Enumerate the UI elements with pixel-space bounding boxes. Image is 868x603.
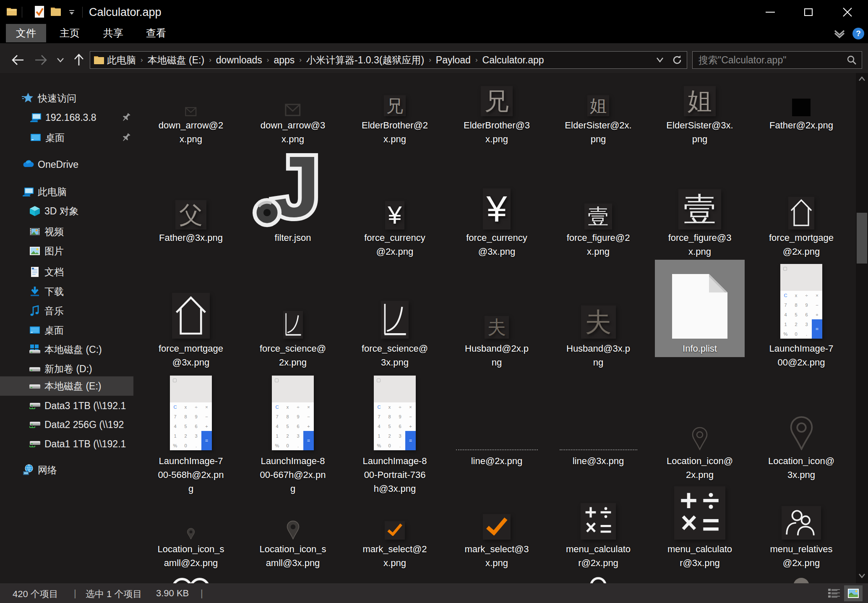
breadcrumb-separator-icon[interactable]: › [265, 56, 271, 64]
breadcrumb-separator-icon[interactable]: › [427, 56, 433, 64]
disk-icon [29, 363, 41, 375]
sidebar-item-7[interactable]: 图片 [0, 241, 133, 261]
address-dropdown-icon[interactable] [656, 57, 664, 63]
sidebar-item-192.168.3.8[interactable]: 192.168.3.8 [0, 108, 133, 127]
status-separator2: | [201, 588, 203, 599]
sidebar-item-label: Data3 1TB (\\192.1 [44, 400, 126, 412]
sidebar-item-label: 192.168.3.8 [45, 112, 96, 123]
file-name: menu_calculator@3x.png [649, 542, 750, 570]
up-button[interactable] [70, 51, 88, 69]
sidebar-item-D[interactable]: 新加卷 (D:) [0, 359, 133, 379]
scroll-down-icon[interactable] [858, 573, 865, 578]
breadcrumb-item[interactable]: Payload [433, 55, 473, 66]
breadcrumb-separator-icon[interactable]: › [297, 56, 304, 64]
sidebar-item-label: OneDrive [38, 159, 78, 170]
sidebar-item-C[interactable]: 本地磁盘 (C:) [0, 340, 133, 359]
people-icon [784, 509, 818, 536]
circle-partial-icon [793, 578, 809, 583]
qat-folder-icon[interactable] [50, 7, 61, 17]
documents-icon [29, 266, 41, 278]
sidebar-item-Data11TB192.1[interactable]: Data1 1TB (\\192.1 [0, 434, 133, 454]
window-title: Calculator.app [89, 6, 162, 19]
breadcrumb-separator-icon[interactable]: › [207, 56, 214, 64]
vertical-scrollbar[interactable] [856, 73, 868, 583]
breadcrumb-item[interactable]: 本地磁盘 (E:) [145, 54, 207, 67]
sidebar-item-11[interactable]: 桌面 [0, 321, 133, 340]
file-list: down_arrow@2x.pngdown_arrow@3x.png兄Elder… [133, 73, 856, 583]
sidebar-item-18[interactable]: 网络 [0, 460, 133, 480]
network-globe-icon [22, 464, 34, 476]
sidebar-item-Data2256G192[interactable]: Data2 256G (\\192 [0, 415, 133, 434]
check-icon [387, 523, 403, 536]
ribbon-collapse-icon[interactable] [832, 29, 847, 39]
checked-doc-icon[interactable] [34, 5, 44, 18]
sidebar-item-4[interactable]: 此电脑 [0, 182, 133, 201]
computer-icon [22, 185, 34, 198]
sidebar-item-OneDrive[interactable]: OneDrive [0, 155, 133, 174]
breadcrumb-item[interactable]: 此电脑 [104, 54, 138, 67]
maximize-button[interactable] [790, 0, 827, 24]
forward-button[interactable] [33, 51, 50, 69]
breadcrumb-item[interactable]: apps [271, 55, 297, 66]
onedrive-cloud-icon [22, 158, 34, 171]
breadcrumb-item[interactable]: 小米计算器-1.0.3(越狱应用) [304, 54, 427, 67]
disk-network-icon [29, 418, 41, 431]
qat-dropdown-icon[interactable] [68, 10, 75, 15]
disk-icon [29, 380, 41, 392]
file-name: menu_relatives@2x.png [751, 542, 852, 570]
people-partial-icon [171, 575, 211, 583]
file-item-partial[interactable] [141, 575, 241, 583]
sidebar-item-0[interactable]: 快速访问 [0, 89, 133, 108]
selected-count: 选中 1 个项目 [86, 588, 142, 600]
sidebar-item-8[interactable]: 文档 [0, 262, 133, 282]
sidebar-item-label: 图片 [44, 245, 64, 258]
status-bar: 420 个项目 | 选中 1 个项目 3.90 KB | [0, 583, 868, 603]
sidebar-item-label: Data1 1TB (\\192.1 [44, 439, 126, 450]
refresh-icon[interactable] [672, 55, 683, 65]
sidebar-item-Data31TB192.1[interactable]: Data3 1TB (\\192.1 [0, 396, 133, 415]
sidebar-item-9[interactable]: 下载 [0, 282, 133, 301]
disk-network-icon [29, 438, 41, 450]
sidebar-item-label: 桌面 [45, 131, 65, 144]
file-name: Location_icon_samll@2x.png [141, 542, 241, 570]
tab-view[interactable]: 查看 [136, 24, 176, 42]
breadcrumb-separator-icon[interactable]: › [473, 56, 480, 64]
search-icon[interactable] [847, 55, 857, 65]
sidebar-item-2[interactable]: 桌面 [0, 128, 133, 147]
search-box[interactable]: 搜索"Calculator.app" [692, 51, 862, 69]
cube-3d-icon [29, 205, 41, 217]
scroll-up-icon[interactable] [858, 76, 865, 81]
selected-size: 3.90 KB [156, 588, 189, 599]
sidebar-item-label: 下载 [44, 285, 64, 298]
help-button[interactable]: ? [852, 28, 864, 39]
file-item-partial[interactable] [751, 578, 852, 583]
recent-locations-dropdown[interactable] [54, 51, 67, 69]
scrollbar-thumb[interactable] [857, 213, 867, 264]
breadcrumb-item[interactable]: downloads [214, 55, 265, 66]
file-item-partial[interactable] [548, 574, 649, 583]
tab-file[interactable]: 文件 [6, 24, 46, 42]
search-placeholder: 搜索"Calculator.app" [699, 54, 847, 67]
sidebar-item-10[interactable]: 音乐 [0, 301, 133, 321]
sidebar-item-6[interactable]: 视频 [0, 222, 133, 241]
breadcrumb[interactable]: 此电脑›本地磁盘 (E:)›downloads›apps›小米计算器-1.0.3… [90, 51, 687, 69]
breadcrumb-separator-icon[interactable]: › [138, 56, 145, 64]
details-view-button[interactable] [827, 587, 842, 599]
back-button[interactable] [9, 51, 26, 69]
videos-icon [29, 225, 41, 238]
sidebar-item-E[interactable]: 本地磁盘 (E:) [0, 376, 133, 396]
minimize-button[interactable] [751, 0, 789, 24]
thumbnail-view-button[interactable] [844, 585, 863, 601]
math-symbols-icon [678, 490, 722, 535]
sidebar-item-label: 文档 [44, 266, 64, 279]
tab-home[interactable]: 主页 [50, 24, 90, 42]
tab-share[interactable]: 共享 [93, 24, 133, 42]
sidebar-item-3D[interactable]: 3D 对象 [0, 201, 133, 221]
location-pin-icon [187, 528, 195, 540]
close-button[interactable] [829, 0, 866, 24]
title-bar: Calculator.app [0, 0, 868, 24]
pin-icon [121, 112, 132, 123]
breadcrumb-item[interactable]: Calculator.app [480, 55, 547, 66]
sidebar-item-label: 桌面 [44, 324, 64, 337]
status-separator: | [74, 588, 76, 599]
